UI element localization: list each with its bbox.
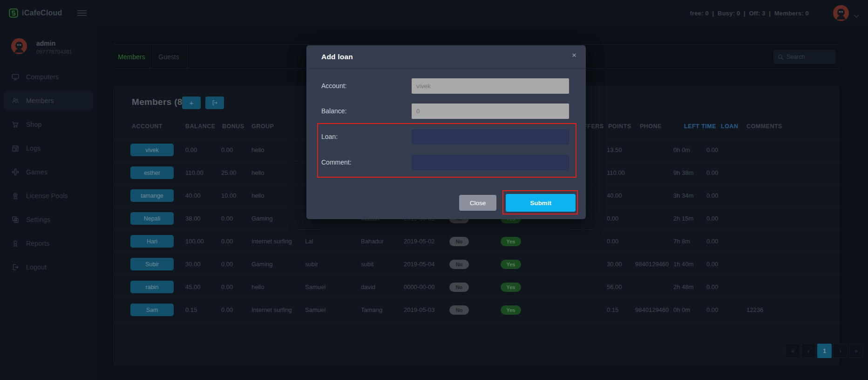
add-loan-modal: Add loan × Account: Balance: Loan: Comme… [306, 45, 586, 219]
account-label: Account: [321, 82, 346, 90]
close-button[interactable]: Close [459, 195, 496, 211]
comment-field[interactable] [412, 155, 569, 170]
close-icon[interactable]: × [572, 51, 576, 59]
modal-title: Add loan [321, 45, 353, 69]
loan-label: Loan: [321, 133, 338, 140]
submit-button[interactable]: Submit [506, 194, 576, 212]
account-field [412, 78, 569, 94]
comment-label: Comment: [321, 159, 352, 166]
loan-field[interactable] [412, 129, 569, 145]
modal-header: Add loan × [306, 45, 586, 69]
balance-label: Balance: [321, 107, 346, 115]
balance-field [412, 104, 569, 119]
